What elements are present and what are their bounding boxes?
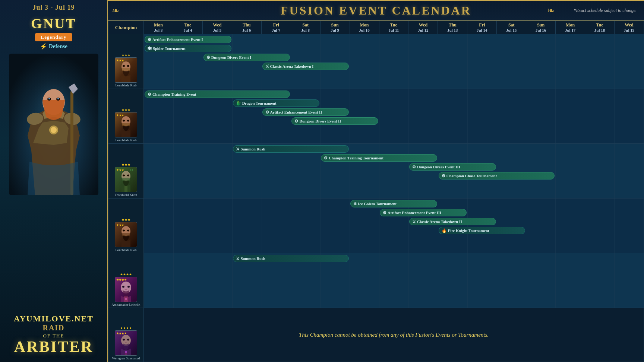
date-range: Jul 3 - Jul 19 [32,0,75,14]
svg-text:★★★: ★★★ [116,59,124,62]
event-label: Ice Golem Tournament [358,202,397,206]
event-label: Artifact Enhancement Event III [388,211,441,215]
svg-point-39 [122,286,124,288]
champion-stars: ★★★ [110,218,142,222]
champion-name-label: Treeshield Knott [110,193,142,197]
event-label: Artifact Enhancement Event I [152,38,203,42]
champion-portrait-5: ★★★★★★★ [115,330,137,356]
event-bar-champion-training-tournament[interactable]: ⚙Champion Training Tournament [321,154,437,162]
calendar-row-4: ★★★★ ★★★★★★★Ambassador Lethelin⚔Summon R… [108,253,644,308]
svg-point-9 [48,98,50,99]
champion-stars: ★★★★ [110,326,142,330]
event-bar-spider-tournament[interactable]: 🕷Spider Tournament [145,45,231,52]
svg-point-26 [123,175,125,177]
event-bar-classic-arena-takedown-ii[interactable]: ⚔Classic Arena Takedown II [409,218,496,225]
lightning-icon: ⚡ [40,43,47,50]
event-bar-artifact-enhancement-event-i[interactable]: ⚙Artifact Enhancement Event I [145,36,231,43]
event-label: Dragon Tournament [242,101,277,105]
event-icon: ⚔ [265,64,269,69]
event-bar-artifact-enhancement-event-iii[interactable]: ⚙Artifact Enhancement Event III [380,209,467,216]
event-label: Artifact Enhancement Event II [270,110,322,114]
day-header-tue-jul18: TueJul 18 [585,21,615,34]
main-area: ❧ Fusion Event Calendar ❧ *Exact schedul… [108,0,644,362]
day-header-mon-jul3: MonJul 3 [144,21,173,34]
calendar-header: ❧ Fusion Event Calendar ❧ *Exact schedul… [108,0,644,20]
event-label: Fire Knight Tournament [448,229,489,233]
event-bar-summon-rush[interactable]: ⚔Summon Rush [233,255,349,262]
day-header-sun-jul9: SunJul 9 [320,21,350,34]
day-header-wed-jul12: WedJul 12 [408,21,438,34]
champion-name-label: Loneblade Riab [110,83,142,88]
event-label: Spider Tournament [153,47,186,51]
calendar-row-5: ★★★★ ★★★★★★★Weregren SuncursedThis Champ… [108,308,644,362]
event-bar-fire-knight-tournament[interactable]: 🔥Fire Knight Tournament [439,227,525,234]
day-header-wed-jul19: WedJul 19 [615,21,644,34]
event-bar-summon-rush[interactable]: ⚔Summon Rush [233,145,349,153]
calendar-row-3: ★★★ ★★★Loneblade Riab❄Ice Golem Tourname… [108,199,644,253]
events-span-row-4: ⚔Summon Rush [144,253,644,308]
rarity-badge: Legendary [35,33,73,41]
champion-portrait-4: ★★★★★★★ [115,277,137,302]
day-header-thu-jul6: ThuJul 6 [232,21,261,34]
event-icon: ⚙ [148,92,151,97]
calendar-grid: Champion MonJul 3 TueJul 4 WedJul 5 ThuJ… [108,20,644,362]
day-header-sat-jul15: SatJul 15 [497,21,526,34]
event-bar-dungeon-divers-event-i[interactable]: ⚙Dungeon Divers Event I [203,54,290,61]
svg-point-40 [127,286,130,288]
day-header-wed-jul5: WedJul 5 [202,21,232,34]
event-bar-dungeon-divers-event-ii[interactable]: ⚙Dungeon Divers Event II [291,117,378,125]
day-header-mon-jul10: MonJul 10 [350,21,379,34]
bottom-brand: AYUMILOVE.NET RAID OF THE ARBITER [14,310,94,355]
svg-point-33 [123,229,125,231]
svg-point-46 [121,335,131,346]
event-icon: ⚙ [294,119,298,124]
champion-stars: ★★★ [110,163,142,166]
event-label: Champion Training Event [152,92,196,96]
event-icon: ⚙ [383,210,386,215]
corner-decoration-right: ❧ [547,6,555,16]
header-row: Champion MonJul 3 TueJul 4 WedJul 5 ThuJ… [108,21,644,34]
day-header-sun-jul16: SunJul 16 [526,21,556,34]
events-span-row-0: ⚙Artifact Enhancement Event I🕷Spider Tou… [144,34,644,89]
event-icon: ❄ [353,201,357,206]
event-label: Dungeon Divers Event I [211,55,252,60]
event-bar-champion-chase-tournament[interactable]: ⚙Champion Chase Tournament [439,172,555,180]
champion-cell-3: ★★★ ★★★Loneblade Riab [108,199,144,253]
event-bar-dungeon-divers-event-iii[interactable]: ⚙Dungeon Divers Event III [409,163,496,171]
event-icon: ⚙ [412,165,416,169]
svg-point-27 [127,175,129,177]
champion-stars: ★★★ [110,53,142,57]
event-icon: 🐉 [236,101,241,106]
event-icon: ⚙ [265,110,269,115]
svg-text:★★★★: ★★★★ [116,332,127,335]
svg-point-50 [125,351,127,353]
svg-point-15 [127,65,129,67]
event-bar-champion-training-event[interactable]: ⚙Champion Training Event [145,90,290,98]
champion-portrait-3: ★★★ [115,222,137,247]
champion-name: GNUT [31,15,76,32]
event-bar-ice-golem-tournament[interactable]: ❄Ice Golem Tournament [350,200,437,207]
champion-portrait-1: ★★★ [115,112,137,137]
champion-cell-0: ★★★ ★★★Loneblade Riab [108,34,144,89]
event-icon: ⚔ [236,256,240,261]
event-label: Classic Arena Takedown I [270,64,314,69]
arbiter-text: ARBITER [14,339,94,355]
event-bar-artifact-enhancement-event-ii[interactable]: ⚙Artifact Enhancement Event II [262,108,349,116]
event-label: Summon Rush [241,147,265,151]
day-header-fri-jul14: FriJul 14 [467,21,497,34]
event-icon: ⚙ [324,156,328,161]
svg-point-48 [127,339,129,341]
champion-cell-1: ★★★ ★★★Loneblade Riab [108,89,144,144]
champion-portrait-0: ★★★ [115,57,137,83]
svg-point-10 [57,98,59,99]
schedule-note: *Exact schedule subject to change. [574,7,637,13]
event-label: Dungeon Divers Event II [299,119,341,123]
events-span-row-3: ❄Ice Golem Tournament⚙Artifact Enhanceme… [144,199,644,253]
event-icon: 🔥 [442,228,447,233]
event-bar-dragon-tournament[interactable]: 🐉Dragon Tournament [233,99,320,107]
champion-cell-5: ★★★★ ★★★★★★★Weregren Suncursed [108,308,144,362]
event-bar-classic-arena-takedown-i[interactable]: ⚔Classic Arena Takedown I [262,63,349,70]
svg-point-42 [125,298,127,300]
champion-name-label: Loneblade Riab [110,248,142,252]
champion-stars: ★★★★ [110,273,142,276]
